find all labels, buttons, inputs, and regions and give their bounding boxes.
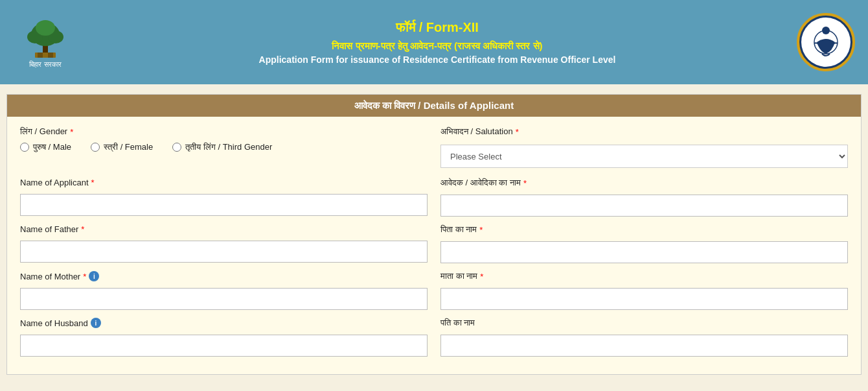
gender-male-option[interactable]: पुरुष / Male (20, 142, 71, 152)
father-name-input[interactable] (20, 241, 428, 263)
husband-name-col-right: पति का नाम (440, 318, 848, 357)
name-applicant-required: * (91, 178, 95, 187)
husband-name-row: Name of Husband i पति का नाम (20, 318, 848, 357)
gender-column: लिंग / Gender * पुरुष / Male स्त्री / Fe… (20, 126, 428, 168)
mother-name-hindi-input[interactable] (440, 288, 848, 310)
gender-male-radio[interactable] (20, 143, 29, 152)
father-name-hindi-label: पिता का नाम * (440, 224, 848, 235)
husband-name-hindi-label-text: पति का नाम (440, 318, 475, 328)
name-applicant-hindi-required: * (523, 178, 527, 188)
name-applicant-input[interactable] (20, 194, 428, 216)
mother-name-required: * (83, 272, 86, 281)
emblem-figure (808, 24, 844, 60)
husband-name-info-icon[interactable]: i (91, 318, 101, 328)
mother-name-col-right: माता का नाम * (440, 271, 848, 310)
father-name-hindi-label-text: पिता का नाम (440, 224, 477, 235)
mother-name-row: Name of Mother * i माता का नाम * (20, 271, 848, 310)
header-center: फॉर्म / Form-XII निवास प्रमाण-पत्र हेतु … (78, 20, 797, 65)
emblem-inner (801, 18, 851, 67)
logo-text: बिहार सरकार (29, 60, 61, 69)
applicant-details-section: आवेदक का विवरण / Details of Applicant लि… (6, 94, 862, 375)
section-body: लिंग / Gender * पुरुष / Male स्त्री / Fe… (7, 117, 861, 374)
name-applicant-hindi-label-text: आवेदक / आवेदिका का नाम (440, 178, 521, 188)
header-logo: बिहार सरकार (13, 16, 78, 69)
gender-third-label: तृतीय लिंग / Third Gender (185, 142, 272, 152)
mother-name-label: Name of Mother * i (20, 271, 428, 281)
husband-name-label: Name of Husband i (20, 318, 428, 328)
mother-name-hindi-required: * (480, 272, 483, 281)
name-applicant-col-right: आवेदक / आवेदिका का नाम * (440, 178, 848, 217)
father-name-label-text: Name of Father (20, 224, 78, 234)
page-header: बिहार सरकार फॉर्म / Form-XII निवास प्रमा… (0, 0, 868, 84)
header-title-hindi: निवास प्रमाण-पत्र हेतु आवेदन-पत्र (राजस्… (78, 40, 797, 52)
husband-name-label-text: Name of Husband (20, 318, 88, 328)
father-name-required: * (81, 224, 84, 234)
salutation-label: अभिवादन / Salutation * (440, 126, 848, 137)
father-name-row: Name of Father * पिता का नाम * (20, 224, 848, 263)
name-applicant-label: Name of Applicant * (20, 178, 428, 187)
government-emblem (797, 13, 855, 71)
husband-name-hindi-input[interactable] (440, 335, 848, 357)
name-applicant-col-left: Name of Applicant * (20, 178, 428, 217)
mother-name-hindi-label: माता का नाम * (440, 271, 848, 281)
logo-icon (19, 16, 71, 58)
father-name-col-left: Name of Father * (20, 224, 428, 263)
gender-salutation-row: लिंग / Gender * पुरुष / Male स्त्री / Fe… (20, 126, 848, 168)
form-label: फॉर्म / Form-XII (78, 20, 797, 35)
gender-radio-group: पुरुष / Male स्त्री / Female तृतीय लिंग … (20, 142, 428, 152)
father-name-hindi-required: * (479, 225, 483, 235)
husband-name-input[interactable] (20, 335, 428, 357)
husband-name-col-left: Name of Husband i (20, 318, 428, 357)
salutation-select[interactable]: Please Select श्री / Shri श्रीमती / Smt.… (440, 145, 848, 168)
header-title-english: Application Form for issuance of Residen… (78, 54, 797, 65)
gender-male-label: पुरुष / Male (33, 142, 71, 152)
svg-rect-7 (48, 53, 53, 58)
mother-name-label-text: Name of Mother (20, 272, 80, 281)
gender-female-radio[interactable] (91, 143, 100, 152)
gender-label: लिंग / Gender * (20, 126, 428, 137)
name-applicant-label-text: Name of Applicant (20, 178, 89, 187)
applicant-name-row: Name of Applicant * आवेदक / आवेदिका का न… (20, 178, 848, 217)
gender-female-option[interactable]: स्त्री / Female (91, 142, 153, 152)
husband-name-hindi-label: पति का नाम (440, 318, 848, 328)
father-name-col-right: पिता का नाम * (440, 224, 848, 263)
section-header: आवेदक का विवरण / Details of Applicant (7, 95, 861, 117)
svg-point-4 (36, 20, 55, 36)
salutation-label-text: अभिवादन / Salutation (440, 126, 513, 137)
mother-name-info-icon[interactable]: i (89, 271, 99, 281)
name-applicant-hindi-label: आवेदक / आवेदिका का नाम * (440, 178, 848, 188)
father-name-hindi-input[interactable] (440, 241, 848, 263)
svg-rect-6 (38, 53, 43, 58)
gender-female-label: स्त्री / Female (104, 142, 153, 152)
mother-name-hindi-label-text: माता का नाम (440, 271, 477, 281)
gender-third-option[interactable]: तृतीय लिंग / Third Gender (172, 142, 272, 152)
gender-label-text: लिंग / Gender (20, 126, 67, 137)
gender-third-radio[interactable] (172, 143, 181, 152)
name-applicant-hindi-input[interactable] (440, 195, 848, 217)
salutation-column: अभिवादन / Salutation * Please Select श्र… (440, 126, 848, 168)
mother-name-col-left: Name of Mother * i (20, 271, 428, 310)
salutation-required-marker: * (516, 127, 519, 137)
gender-required-marker: * (70, 127, 73, 137)
mother-name-input[interactable] (20, 288, 428, 310)
father-name-label: Name of Father * (20, 224, 428, 234)
